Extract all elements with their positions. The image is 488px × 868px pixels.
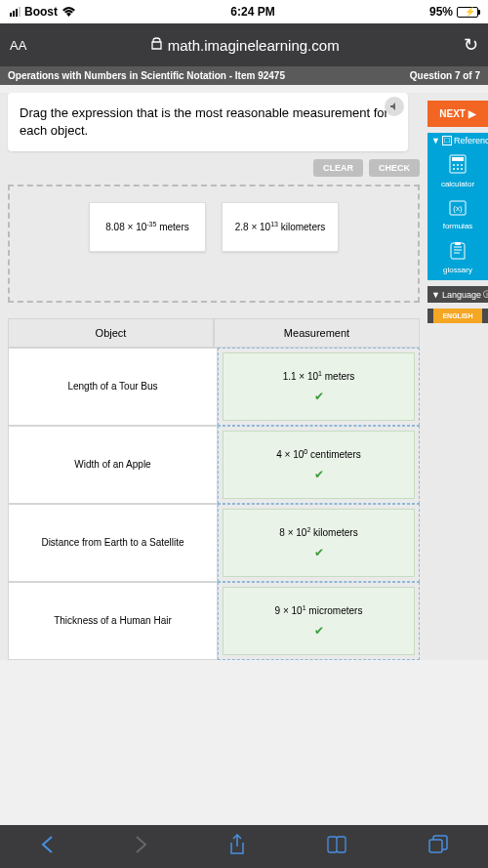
svg-rect-1 xyxy=(452,157,464,161)
table-row: Width of an Apple 4 × 100 centimeters ✔ xyxy=(8,426,420,504)
svg-point-3 xyxy=(457,164,459,166)
wifi-icon xyxy=(61,4,76,20)
check-icon: ✔ xyxy=(314,390,324,403)
text-size-button[interactable]: AA xyxy=(10,38,26,53)
dropped-card[interactable]: 1.1 × 101 meters ✔ xyxy=(223,352,415,421)
answer-table: Object Measurement Length of a Tour Bus … xyxy=(8,318,420,660)
status-bar: Boost 6:24 PM 95% ⚡ xyxy=(0,0,488,23)
dropped-card[interactable]: 4 × 100 centimeters ✔ xyxy=(223,431,415,499)
carrier-label: Boost xyxy=(24,5,58,19)
time-label: 6:24 PM xyxy=(230,5,274,19)
glossary-icon xyxy=(429,242,486,264)
check-icon: ✔ xyxy=(314,546,324,559)
drag-card[interactable]: 8.08 × 10-35 meters xyxy=(89,202,206,251)
svg-point-5 xyxy=(453,168,455,170)
drop-zone[interactable]: 4 × 100 centimeters ✔ xyxy=(218,426,420,504)
object-label: Length of a Tour Bus xyxy=(8,348,218,426)
browser-bar: AA math.imaginelearning.com ↻ xyxy=(0,23,488,66)
svg-rect-11 xyxy=(429,840,442,852)
svg-rect-10 xyxy=(455,242,461,245)
check-button[interactable]: CHECK xyxy=(369,159,420,177)
url-area[interactable]: math.imaginelearning.com xyxy=(36,37,454,54)
battery-label: 95% xyxy=(429,5,453,19)
object-label: Thickness of a Human Hair xyxy=(8,582,218,660)
svg-text:(x): (x) xyxy=(453,204,463,213)
object-label: Width of an Apple xyxy=(8,426,218,504)
battery-icon: ⚡ xyxy=(457,7,478,18)
audio-button[interactable] xyxy=(385,97,404,116)
language-header[interactable]: ▼ Language ⓘ xyxy=(427,286,488,303)
next-button[interactable]: NEXT ▶ xyxy=(427,101,488,127)
reload-icon[interactable]: ↻ xyxy=(464,34,478,56)
page-header: Operations with Numbers in Scientific No… xyxy=(0,66,488,85)
glossary-tool[interactable]: glossary xyxy=(427,236,488,280)
clear-button[interactable]: CLEAR xyxy=(313,159,363,177)
drag-card[interactable]: 2.8 × 1013 kilometers xyxy=(222,202,339,251)
check-icon: ✔ xyxy=(314,468,324,481)
tabs-icon[interactable] xyxy=(428,835,448,859)
english-button[interactable]: ENGLISH xyxy=(433,309,482,323)
table-row: Thickness of a Human Hair 9 × 101 microm… xyxy=(8,582,420,660)
dropped-card[interactable]: 8 × 102 kilometers ✔ xyxy=(223,509,415,577)
question-prompt: Drag the expression that is the most rea… xyxy=(20,105,388,138)
url-text: math.imaginelearning.com xyxy=(168,37,340,54)
svg-point-7 xyxy=(461,168,463,170)
column-header-object: Object xyxy=(8,318,214,348)
bookmarks-icon[interactable] xyxy=(326,836,347,858)
signal-icon xyxy=(10,7,20,17)
svg-point-6 xyxy=(457,168,459,170)
item-title: Operations with Numbers in Scientific No… xyxy=(8,70,285,81)
object-label: Distance from Earth to a Satellite xyxy=(8,504,218,582)
formulas-tool[interactable]: (x) formulas xyxy=(427,194,488,236)
reference-header[interactable]: ▼ ☐Reference xyxy=(427,133,488,148)
calculator-tool[interactable]: calculator xyxy=(427,148,488,194)
calculator-icon xyxy=(429,154,486,178)
drag-pool: 8.08 × 10-35 meters 2.8 × 1013 kilometer… xyxy=(8,185,420,302)
drop-zone[interactable]: 8 × 102 kilometers ✔ xyxy=(218,504,420,582)
formulas-icon: (x) xyxy=(429,200,486,220)
drop-zone[interactable]: 9 × 101 micrometers ✔ xyxy=(218,582,420,660)
browser-toolbar xyxy=(0,825,488,868)
dropped-card[interactable]: 9 × 101 micrometers ✔ xyxy=(223,587,415,655)
question-card: Drag the expression that is the most rea… xyxy=(8,93,408,151)
table-row: Distance from Earth to a Satellite 8 × 1… xyxy=(8,504,420,582)
svg-point-2 xyxy=(453,164,455,166)
table-row: Length of a Tour Bus 1.1 × 101 meters ✔ xyxy=(8,348,420,426)
forward-icon[interactable] xyxy=(135,835,148,859)
drop-zone[interactable]: 1.1 × 101 meters ✔ xyxy=(218,348,420,426)
check-icon: ✔ xyxy=(314,624,324,638)
question-progress: Question 7 of 7 xyxy=(410,70,480,81)
column-header-measurement: Measurement xyxy=(214,318,420,348)
svg-point-4 xyxy=(461,164,463,166)
share-icon[interactable] xyxy=(228,834,246,860)
lock-icon xyxy=(151,37,162,53)
back-icon[interactable] xyxy=(40,835,54,859)
